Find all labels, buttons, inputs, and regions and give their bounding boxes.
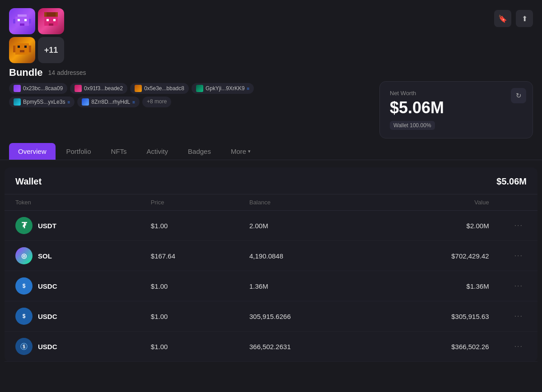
token-name-sol: SOL <box>38 252 52 260</box>
token-balance-usdc2: 305,915.6266 <box>238 301 373 332</box>
equals-icon-5: ≡ <box>67 100 70 105</box>
tag-label-3: 0x5e3e...bbadc8 <box>144 85 184 92</box>
token-balance-usdc3: 366,502.2631 <box>238 332 373 362</box>
tab-more[interactable]: More ▾ <box>222 143 260 160</box>
token-name-usdc2: USDC <box>38 313 57 320</box>
svg-rect-6 <box>29 19 31 23</box>
svg-text:$: $ <box>23 344 25 349</box>
svg-rect-3 <box>24 19 27 21</box>
tag-icon-4 <box>196 85 203 92</box>
table-row: ◎ SOL $167.64 4,190.0848 $702,429.42 ··· <box>5 241 537 271</box>
col-token: Token <box>5 194 140 211</box>
token-value-usdc2: $305,915.63 <box>373 301 500 332</box>
token-more-button-sol[interactable]: ··· <box>511 250 527 262</box>
wallet-section: Wallet $5.06M Token Price Balance Value … <box>5 167 537 362</box>
bundle-title: Bundle <box>9 67 43 78</box>
svg-rect-5 <box>13 19 15 23</box>
svg-text:$: $ <box>23 283 26 289</box>
equals-icon-4: ≡ <box>247 86 250 91</box>
token-more-button-usdt[interactable]: ··· <box>511 220 527 231</box>
token-name-usdc1: USDC <box>38 282 57 290</box>
svg-rect-12 <box>44 12 47 17</box>
avatar-plus: +11 <box>38 37 64 63</box>
token-price-usdt: $1.00 <box>140 211 238 241</box>
plus-count-label: +11 <box>44 46 58 55</box>
top-bar: +11 🔖 ⬆ <box>0 0 542 63</box>
wallet-section-header: Wallet $5.06M <box>5 167 537 194</box>
svg-rect-0 <box>18 14 27 17</box>
address-tag-1[interactable]: 0x23bc...8caa09 <box>9 83 67 94</box>
tag-icon-5 <box>14 98 21 106</box>
tag-icon-6 <box>82 98 89 106</box>
svg-text:$: $ <box>23 313 26 319</box>
token-cell-usdc3: $ USDC <box>5 332 140 362</box>
token-cell-usdc1: $ USDC <box>5 271 140 301</box>
tabs-row: Overview Portfolio NFTs Activity Badges … <box>0 143 542 160</box>
token-price-usdc2: $1.00 <box>140 301 238 332</box>
svg-rect-14 <box>15 43 29 55</box>
token-logo-sol: ◎ <box>15 247 33 264</box>
tag-label-5: Bpmy5S...yxLe3s <box>23 99 65 105</box>
svg-rect-13 <box>56 12 58 17</box>
col-actions <box>500 194 537 211</box>
address-tag-2[interactable]: 0x91f3...beade2 <box>70 83 127 94</box>
tab-overview[interactable]: Overview <box>9 143 56 160</box>
tag-icon-2 <box>75 85 82 92</box>
tab-activity[interactable]: Activity <box>138 143 178 160</box>
net-worth-value: $5.06M <box>390 98 523 117</box>
avatar-group: +11 <box>9 8 81 63</box>
tab-badges[interactable]: Badges <box>179 143 220 160</box>
net-worth-card: Net Worth $5.06M Wallet 100.00% ↻ <box>379 81 533 138</box>
token-more-button-usdc3[interactable]: ··· <box>511 341 527 352</box>
chevron-down-icon: ▾ <box>248 148 251 154</box>
refresh-button[interactable]: ↻ <box>511 88 526 103</box>
svg-rect-16 <box>24 46 27 48</box>
equals-icon-6: ≡ <box>132 100 135 105</box>
token-cell-sol: ◎ SOL <box>5 241 140 271</box>
token-more-button-usdc2[interactable]: ··· <box>511 310 527 322</box>
token-logo-usdc1: $ <box>15 277 33 295</box>
avatar-3 <box>9 37 35 63</box>
tab-portfolio[interactable]: Portfolio <box>57 143 100 160</box>
table-row: ₮ USDT $1.00 2.00M $2.00M ··· <box>5 211 537 241</box>
token-name-usdt: USDT <box>38 222 56 230</box>
tab-more-label: More <box>231 148 246 155</box>
table-row: $ USDC $1.00 1.36M $1.36M ··· <box>5 271 537 301</box>
more-addresses-tag[interactable]: +8 more <box>142 97 171 107</box>
token-more-button-usdc1[interactable]: ··· <box>511 280 527 292</box>
address-tag-4[interactable]: GpkYji...9XrKK9 ≡ <box>192 83 254 94</box>
table-row: $ USDC $1.00 305,915.6266 $305,915.63 ··… <box>5 301 537 332</box>
token-actions-sol: ··· <box>500 241 537 271</box>
tag-icon-1 <box>14 85 21 92</box>
top-actions: 🔖 ⬆ <box>494 8 533 27</box>
token-value-usdc3: $366,502.26 <box>373 332 500 362</box>
avatar-1 <box>9 8 35 34</box>
token-value-usdc1: $1.36M <box>373 271 500 301</box>
address-tags-container: 0x23bc...8caa09 0x91f3...beade2 0x5e3e..… <box>9 78 370 112</box>
token-value-usdt: $2.00M <box>373 211 500 241</box>
token-cell-usdt: ₮ USDT <box>5 211 140 241</box>
refresh-icon: ↻ <box>516 92 522 100</box>
address-tag-3[interactable]: 0x5e3e...bbadc8 <box>130 83 189 94</box>
address-tag-6[interactable]: 8Zrr8D...rhyHdL ≡ <box>77 97 140 107</box>
save-icon: 🔖 <box>498 14 507 23</box>
wallet-badge: Wallet 100.00% <box>390 121 435 130</box>
col-value: Value <box>373 194 500 211</box>
token-logo-usdc2: $ <box>15 308 33 325</box>
svg-rect-10 <box>53 19 56 21</box>
save-button[interactable]: 🔖 <box>494 10 511 27</box>
token-name-usdc3: USDC <box>38 343 57 350</box>
token-price-usdc1: $1.00 <box>140 271 238 301</box>
share-button[interactable]: ⬆ <box>516 10 533 27</box>
tag-label-4: GpkYji...9XrKK9 <box>206 85 245 92</box>
token-balance-sol: 4,190.0848 <box>238 241 373 271</box>
token-price-usdc3: $1.00 <box>140 332 238 362</box>
col-balance: Balance <box>238 194 373 211</box>
token-value-sol: $702,429.42 <box>373 241 500 271</box>
tab-nfts[interactable]: NFTs <box>102 143 136 160</box>
tag-icon-3 <box>135 85 142 92</box>
address-tag-5[interactable]: Bpmy5S...yxLe3s ≡ <box>9 97 75 107</box>
token-actions-usdc1: ··· <box>500 271 537 301</box>
wallet-section-title: Wallet <box>15 176 42 187</box>
table-row: $ USDC $1.00 366,502.2631 $366,502.26 ··… <box>5 332 537 362</box>
